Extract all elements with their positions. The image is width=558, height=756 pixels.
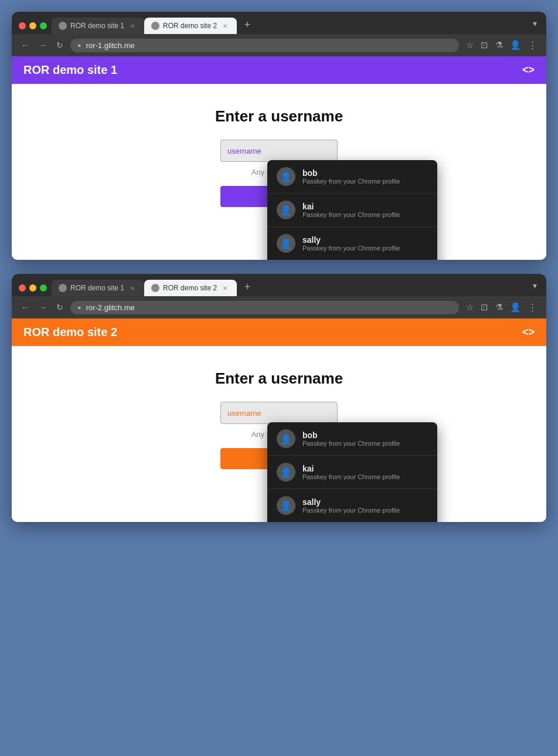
- tab-favicon-3: [59, 284, 67, 292]
- new-tab-button-1[interactable]: +: [239, 16, 256, 33]
- minimize-button-1[interactable]: [29, 22, 36, 29]
- passkey-info-kai-1: kai Passkey from your Chrome profile: [302, 202, 428, 218]
- address-bar-1: ← → ↻ ● ror-1.glitch.me ☆ ⊡ ⚗ 👤 ⋮: [12, 34, 546, 56]
- passkey-sub-kai-2: Passkey from your Chrome profile: [302, 473, 428, 480]
- site-content-1: Enter a username username Any username..…: [12, 84, 546, 260]
- passkey-info-kai-2: kai Passkey from your Chrome profile: [302, 464, 428, 480]
- toolbar-icons-2: ☆ ⊡ ⚗ 👤 ⋮: [464, 300, 539, 315]
- window-controls-2: [19, 284, 47, 291]
- passkey-item-sally-2[interactable]: 👤 sally Passkey from your Chrome profile: [267, 489, 437, 522]
- tab-favicon-2: [151, 22, 159, 30]
- site-title-2: ROR demo site 2: [23, 326, 117, 339]
- passkey-sub-sally-1: Passkey from your Chrome profile: [302, 245, 428, 252]
- toolbar-icons-1: ☆ ⊡ ⚗ 👤 ⋮: [464, 38, 539, 53]
- passkey-name-kai-2: kai: [302, 464, 428, 473]
- close-button-2[interactable]: [19, 284, 26, 291]
- page-title-1: Enter a username: [23, 107, 535, 126]
- address-bar-2: ← → ↻ ● ror-2.glitch.me ☆ ⊡ ⚗ 👤 ⋮: [12, 296, 546, 318]
- back-button-1[interactable]: ←: [19, 39, 32, 51]
- tab-label-2: ROR demo site 2: [163, 22, 217, 30]
- tabs-row-2: ROR demo site 1 ✕ ROR demo site 2 ✕ + ▾: [52, 279, 539, 296]
- refresh-button-1[interactable]: ↻: [54, 39, 66, 51]
- browser-window-2: ROR demo site 1 ✕ ROR demo site 2 ✕ + ▾ …: [12, 274, 546, 522]
- passkey-item-kai-2[interactable]: 👤 kai Passkey from your Chrome profile: [267, 456, 437, 489]
- code-icon-2[interactable]: <>: [522, 326, 535, 338]
- site-header-1: ROR demo site 1 <>: [12, 56, 546, 84]
- url-text-1: ror-1.glitch.me: [86, 41, 452, 50]
- title-bar-2: ROR demo site 1 ✕ ROR demo site 2 ✕ + ▾: [12, 274, 546, 296]
- passkey-item-bob-2[interactable]: 👤 bob Passkey from your Chrome profile: [267, 422, 437, 456]
- passkey-avatar-kai-1: 👤: [277, 201, 295, 219]
- site-title-1: ROR demo site 1: [23, 63, 117, 77]
- passkey-dropdown-1: 👤 bob Passkey from your Chrome profile 👤…: [267, 160, 437, 260]
- bookmark-icon-2[interactable]: ☆: [464, 300, 476, 315]
- tab-label-4: ROR demo site 2: [163, 284, 217, 292]
- new-tab-button-2[interactable]: +: [239, 279, 256, 295]
- cast-icon-1[interactable]: ⊡: [478, 38, 491, 53]
- tab-2-site2[interactable]: ROR demo site 2 ✕: [144, 280, 237, 296]
- window-controls-1: [19, 22, 47, 29]
- tab-1-site2[interactable]: ROR demo site 2 ✕: [144, 18, 237, 34]
- forward-button-2[interactable]: →: [36, 301, 49, 313]
- passkey-sub-bob-1: Passkey from your Chrome profile: [302, 178, 428, 185]
- passkey-info-bob-1: bob Passkey from your Chrome profile: [302, 168, 428, 185]
- tab-label-1: ROR demo site 1: [70, 22, 124, 30]
- lab-icon-1[interactable]: ⚗: [493, 38, 505, 53]
- maximize-button-1[interactable]: [40, 22, 47, 29]
- profile-icon-2[interactable]: 👤: [508, 300, 523, 315]
- tab-close-4[interactable]: ✕: [220, 283, 230, 293]
- tab-label-3: ROR demo site 1: [70, 284, 124, 292]
- passkey-name-sally-1: sally: [302, 235, 428, 245]
- passkey-avatar-kai-2: 👤: [277, 463, 295, 482]
- tab-close-2[interactable]: ✕: [220, 21, 230, 30]
- tab-dropdown-button-1[interactable]: ▾: [530, 16, 539, 30]
- menu-icon-1[interactable]: ⋮: [526, 38, 539, 53]
- title-bar-1: ROR demo site 1 ✕ ROR demo site 2 ✕ + ▾: [12, 12, 546, 34]
- url-bar-2[interactable]: ● ror-2.glitch.me: [70, 301, 459, 314]
- url-bar-1[interactable]: ● ror-1.glitch.me: [70, 39, 459, 52]
- username-input-2[interactable]: [220, 402, 338, 424]
- passkey-name-bob-2: bob: [302, 430, 428, 440]
- username-input-1[interactable]: [220, 140, 338, 162]
- tab-favicon-1: [59, 22, 67, 30]
- passkey-avatar-sally-1: 👤: [277, 234, 295, 253]
- passkey-info-sally-1: sally Passkey from your Chrome profile: [302, 235, 428, 252]
- menu-icon-2[interactable]: ⋮: [526, 300, 539, 315]
- passkey-item-bob-1[interactable]: 👤 bob Passkey from your Chrome profile: [267, 160, 437, 194]
- forward-button-1[interactable]: →: [36, 39, 49, 51]
- tab-close-1[interactable]: ✕: [128, 21, 137, 30]
- code-icon-1[interactable]: <>: [522, 64, 535, 76]
- passkey-name-sally-2: sally: [302, 497, 428, 507]
- bookmark-icon-1[interactable]: ☆: [464, 38, 476, 53]
- passkey-name-kai-1: kai: [302, 202, 428, 211]
- page-title-2: Enter a username: [23, 369, 535, 388]
- passkey-sub-bob-2: Passkey from your Chrome profile: [302, 440, 428, 447]
- passkey-sub-sally-2: Passkey from your Chrome profile: [302, 507, 428, 514]
- back-button-2[interactable]: ←: [19, 301, 32, 313]
- passkey-avatar-bob-1: 👤: [277, 167, 295, 186]
- passkey-sub-kai-1: Passkey from your Chrome profile: [302, 211, 428, 218]
- tab-favicon-4: [151, 284, 159, 292]
- passkey-avatar-bob-2: 👤: [277, 429, 295, 448]
- minimize-button-2[interactable]: [29, 284, 36, 291]
- url-text-2: ror-2.glitch.me: [86, 303, 452, 312]
- refresh-button-2[interactable]: ↻: [54, 301, 66, 313]
- security-icon-2: ●: [77, 304, 81, 311]
- site-header-2: ROR demo site 2 <>: [12, 318, 546, 346]
- tab-dropdown-button-2[interactable]: ▾: [530, 279, 539, 293]
- maximize-button-2[interactable]: [40, 284, 47, 291]
- tab-2-site1[interactable]: ROR demo site 1 ✕: [52, 280, 144, 296]
- passkey-dropdown-2: 👤 bob Passkey from your Chrome profile 👤…: [267, 422, 437, 522]
- passkey-item-kai-1[interactable]: 👤 kai Passkey from your Chrome profile: [267, 194, 437, 227]
- passkey-item-sally-1[interactable]: 👤 sally Passkey from your Chrome profile: [267, 227, 437, 260]
- lab-icon-2[interactable]: ⚗: [493, 300, 505, 315]
- close-button-1[interactable]: [19, 22, 26, 29]
- tab-close-3[interactable]: ✕: [128, 283, 137, 293]
- cast-icon-2[interactable]: ⊡: [478, 300, 491, 315]
- tabs-row-1: ROR demo site 1 ✕ ROR demo site 2 ✕ + ▾: [52, 16, 539, 34]
- security-icon-1: ●: [77, 42, 81, 49]
- site-content-2: Enter a username username Any username..…: [12, 346, 546, 522]
- profile-icon-1[interactable]: 👤: [508, 38, 523, 53]
- tab-1-site1[interactable]: ROR demo site 1 ✕: [52, 18, 144, 34]
- passkey-info-bob-2: bob Passkey from your Chrome profile: [302, 430, 428, 447]
